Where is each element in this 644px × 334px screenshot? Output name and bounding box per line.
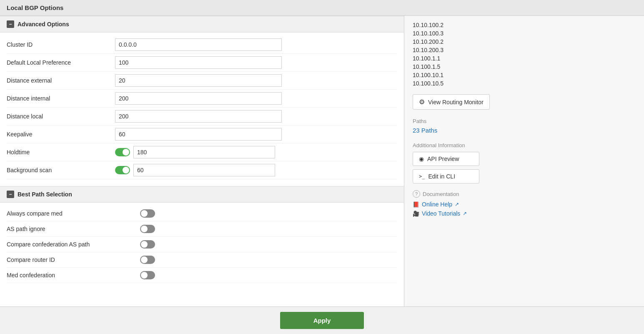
default-local-pref-label: Default Local Preference [7, 59, 115, 66]
view-routing-monitor-button[interactable]: View Routing Monitor [413, 94, 490, 110]
advanced-options-form: Cluster ID Default Local Preference Dist… [0, 33, 404, 183]
compare-router-id-toggle[interactable] [140, 256, 155, 264]
view-routing-monitor-label: View Routing Monitor [428, 99, 484, 105]
apply-button[interactable]: Apply [280, 312, 364, 329]
cluster-id-input[interactable] [115, 38, 282, 51]
ip-item: 10.10.200.2 [413, 38, 636, 46]
holdtime-toggle-wrap [115, 146, 275, 158]
background-scan-input[interactable] [133, 164, 275, 176]
compare-router-id-label: Compare router ID [7, 256, 140, 263]
advanced-options-collapse-btn[interactable]: − [7, 20, 14, 28]
ip-item: 10.100.10.1 [413, 71, 636, 79]
cli-icon [419, 173, 425, 179]
distance-internal-row: Distance internal [7, 90, 397, 108]
left-panel: − Advanced Options Cluster ID Default Lo… [0, 16, 404, 306]
med-confederation-label: Med confederation [7, 272, 140, 279]
distance-internal-input[interactable] [115, 92, 282, 105]
distance-internal-label: Distance internal [7, 95, 115, 102]
background-scan-toggle[interactable] [115, 166, 130, 174]
keepalive-label: Keepalive [7, 131, 115, 138]
ip-item: 10.10.100.3 [413, 29, 636, 38]
online-help-row[interactable]: Online Help ↗ [413, 201, 636, 208]
ip-item: 10.10.200.3 [413, 46, 636, 54]
question-icon: ? [413, 190, 420, 198]
med-confederation-row: Med confederation [7, 268, 397, 283]
online-help-link[interactable]: Online Help [422, 201, 452, 208]
settings-icon [419, 98, 425, 106]
ip-item: 10.10.100.2 [413, 21, 636, 29]
default-local-pref-row: Default Local Preference [7, 54, 397, 72]
bottom-bar: Apply [0, 306, 644, 334]
right-panel: 10.10.100.2 10.10.100.3 10.10.200.2 10.1… [404, 16, 644, 306]
compare-confederation-as-path-toggle[interactable] [140, 240, 155, 249]
distance-external-label: Distance external [7, 77, 115, 84]
best-path-section: Always compare med AS path ignore [0, 203, 404, 286]
documentation-row: ? Documentation [413, 190, 636, 198]
always-compare-med-row: Always compare med [7, 206, 397, 221]
default-local-pref-input[interactable] [115, 56, 282, 69]
cluster-id-label: Cluster ID [7, 41, 115, 48]
paths-link[interactable]: 23 Paths [413, 127, 636, 134]
video-tutorials-row[interactable]: Video Tutorials ↗ [413, 210, 636, 217]
eye-icon [419, 156, 424, 162]
paths-section-label: Paths [413, 118, 636, 124]
video-tutorials-link[interactable]: Video Tutorials [422, 210, 460, 217]
api-preview-label: API Preview [427, 156, 459, 162]
as-path-ignore-label: AS path ignore [7, 226, 140, 232]
always-compare-med-label: Always compare med [7, 210, 140, 217]
as-path-ignore-toggle[interactable] [140, 225, 155, 233]
documentation-label: Documentation [423, 191, 459, 197]
keepalive-input[interactable] [115, 128, 282, 141]
page-wrapper: Local BGP Options − Advanced Options Clu… [0, 0, 644, 334]
as-path-ignore-row: AS path ignore [7, 221, 397, 237]
page-title: Local BGP Options [7, 4, 63, 11]
distance-local-row: Distance local [7, 108, 397, 126]
external-link-icon: ↗ [455, 201, 459, 207]
distance-local-label: Distance local [7, 113, 115, 120]
distance-external-row: Distance external [7, 72, 397, 90]
med-confederation-toggle[interactable] [140, 271, 155, 279]
ip-list: 10.10.100.2 10.10.100.3 10.10.200.2 10.1… [413, 21, 636, 88]
distance-local-input[interactable] [115, 110, 282, 123]
background-scan-row: Background scan [7, 161, 397, 179]
best-path-label: Best Path Selection [18, 191, 72, 198]
ip-item: 10.100.1.1 [413, 54, 636, 63]
advanced-options-label: Advanced Options [18, 21, 69, 28]
distance-external-input[interactable] [115, 74, 282, 87]
edit-cli-label: Edit in CLI [428, 173, 455, 180]
api-preview-button[interactable]: API Preview [413, 152, 479, 166]
compare-confederation-as-path-label: Compare confederation AS path [7, 241, 140, 248]
cluster-id-row: Cluster ID [7, 36, 397, 54]
video-icon [413, 210, 419, 217]
external-link-icon-2: ↗ [463, 211, 467, 216]
compare-router-id-row: Compare router ID [7, 252, 397, 268]
main-content: − Advanced Options Cluster ID Default Lo… [0, 16, 644, 306]
best-path-collapse-btn[interactable]: − [7, 191, 14, 198]
ip-item: 10.100.10.5 [413, 79, 636, 88]
compare-confederation-as-path-row: Compare confederation AS path [7, 237, 397, 252]
holdtime-label: Holdtime [7, 149, 115, 156]
advanced-options-header: − Advanced Options [0, 16, 404, 33]
keepalive-row: Keepalive [7, 126, 397, 143]
holdtime-input[interactable] [133, 146, 275, 158]
ip-item: 10.100.1.5 [413, 63, 636, 71]
edit-in-cli-button[interactable]: Edit in CLI [413, 169, 479, 183]
holdtime-row: Holdtime [7, 143, 397, 161]
book-icon [413, 201, 419, 208]
always-compare-med-toggle[interactable] [140, 209, 155, 218]
title-bar: Local BGP Options [0, 0, 644, 16]
holdtime-toggle[interactable] [115, 148, 130, 156]
background-scan-toggle-wrap [115, 164, 275, 176]
additional-info-label: Additional Information [413, 142, 636, 148]
best-path-header: − Best Path Selection [0, 186, 404, 203]
background-scan-label: Background scan [7, 167, 115, 173]
